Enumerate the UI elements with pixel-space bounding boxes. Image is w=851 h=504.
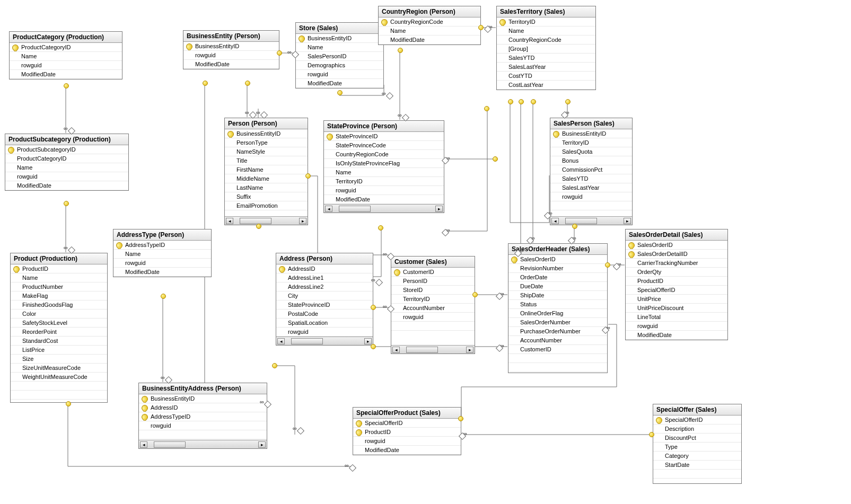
column-row[interactable]: ModifiedDate bbox=[626, 331, 727, 340]
column-row[interactable]: ShipDate bbox=[508, 291, 607, 300]
table-title[interactable]: BusinessEntityAddress (Person) bbox=[139, 383, 267, 394]
column-row[interactable]: OrderQty bbox=[626, 268, 727, 277]
table-SalesOrderHeader[interactable]: SalesOrderHeader (Sales)SalesOrderIDRevi… bbox=[508, 243, 608, 373]
column-row[interactable]: Suffix bbox=[225, 192, 308, 201]
table-CountryRegion[interactable]: CountryRegion (Person)CountryRegionCodeN… bbox=[378, 6, 481, 45]
column-row[interactable] bbox=[508, 363, 607, 372]
column-row[interactable]: PostalCode bbox=[276, 310, 373, 319]
scroll-left-icon[interactable]: ◂ bbox=[325, 206, 332, 212]
column-row[interactable]: UnitPriceDiscount bbox=[626, 304, 727, 313]
table-AddressType[interactable]: AddressType (Person)AddressTypeIDNamerow… bbox=[113, 229, 212, 277]
table-SpecialOfferProduct[interactable]: SpecialOfferProduct (Sales)SpecialOfferI… bbox=[353, 407, 461, 455]
horizontal-scrollbar[interactable]: ◂▸ bbox=[391, 345, 475, 353]
scroll-thumb[interactable] bbox=[565, 218, 597, 224]
column-row[interactable]: ProductID bbox=[11, 264, 107, 273]
column-row[interactable]: ModifiedDate bbox=[324, 195, 444, 204]
column-row[interactable] bbox=[391, 322, 475, 331]
column-row[interactable] bbox=[139, 430, 267, 439]
column-row[interactable]: CostYTD bbox=[497, 72, 595, 81]
column-row[interactable]: MiddleName bbox=[225, 174, 308, 183]
column-row[interactable]: rowguid bbox=[5, 172, 128, 181]
table-title[interactable]: StateProvince (Person) bbox=[324, 121, 444, 132]
column-row[interactable]: ModifiedDate bbox=[296, 79, 383, 88]
column-row[interactable]: EmailPromotion bbox=[225, 201, 308, 210]
scroll-thumb[interactable] bbox=[406, 347, 438, 353]
column-row[interactable]: CountryRegionCode bbox=[379, 17, 480, 26]
column-row[interactable]: ModifiedDate bbox=[113, 268, 211, 277]
column-row[interactable]: BusinessEntityID bbox=[139, 394, 267, 403]
table-title[interactable]: SalesPerson (Sales) bbox=[550, 118, 632, 129]
column-row[interactable]: ProductID bbox=[626, 277, 727, 286]
column-row[interactable]: Demographics bbox=[296, 61, 383, 70]
column-row[interactable]: LastName bbox=[225, 183, 308, 192]
column-row[interactable]: SpecialOfferID bbox=[653, 415, 741, 425]
table-title[interactable]: SalesTerritory (Sales) bbox=[497, 6, 595, 17]
column-row[interactable]: ListPrice bbox=[11, 346, 107, 355]
scroll-thumb[interactable] bbox=[339, 206, 371, 212]
table-title[interactable]: Customer (Sales) bbox=[391, 257, 475, 268]
table-BusinessEntity[interactable]: BusinessEntity (Person)BusinessEntityIDr… bbox=[183, 30, 279, 69]
column-row[interactable]: rowguid bbox=[296, 70, 383, 79]
column-row[interactable]: rowguid bbox=[353, 437, 461, 446]
table-title[interactable]: ProductCategory (Production) bbox=[10, 32, 122, 43]
column-row[interactable]: NameStyle bbox=[225, 147, 308, 156]
column-row[interactable]: Size bbox=[11, 355, 107, 364]
table-title[interactable]: SalesOrderHeader (Sales) bbox=[508, 244, 607, 255]
scroll-track[interactable] bbox=[286, 338, 363, 344]
scroll-left-icon[interactable]: ◂ bbox=[551, 218, 559, 224]
column-row[interactable]: Title bbox=[225, 156, 308, 165]
column-row[interactable]: AddressID bbox=[276, 264, 373, 273]
table-SalesPerson[interactable]: SalesPerson (Sales)BusinessEntityIDTerri… bbox=[550, 118, 633, 225]
table-title[interactable]: ProductSubcategory (Production) bbox=[5, 134, 128, 145]
column-row[interactable]: rowguid bbox=[113, 259, 211, 268]
column-row[interactable]: SalesOrderNumber bbox=[508, 318, 607, 327]
table-Product[interactable]: Product (Production)ProductIDNameProduct… bbox=[10, 253, 108, 403]
column-row[interactable] bbox=[508, 354, 607, 363]
column-row[interactable]: SalesOrderDetailID bbox=[626, 250, 727, 259]
column-row[interactable]: TerritoryID bbox=[550, 138, 632, 147]
scroll-right-icon[interactable]: ▸ bbox=[258, 441, 266, 448]
table-BusinessEntityAddress[interactable]: BusinessEntityAddress (Person)BusinessEn… bbox=[138, 383, 267, 449]
column-row[interactable]: SpatialLocation bbox=[276, 319, 373, 328]
column-row[interactable]: LineTotal bbox=[626, 313, 727, 322]
column-row[interactable] bbox=[508, 372, 607, 373]
column-row[interactable]: ModifiedDate bbox=[353, 446, 461, 455]
column-row[interactable]: SalesOrderID bbox=[626, 241, 727, 250]
scroll-track[interactable] bbox=[148, 441, 257, 448]
table-SalesOrderDetail[interactable]: SalesOrderDetail (Sales)SalesOrderIDSale… bbox=[625, 229, 728, 340]
column-row[interactable]: SpecialOfferID bbox=[353, 419, 461, 428]
table-StateProvince[interactable]: StateProvince (Person)StateProvinceIDSta… bbox=[323, 120, 444, 213]
column-row[interactable]: ProductCategoryID bbox=[5, 154, 128, 163]
column-row[interactable] bbox=[11, 391, 107, 400]
column-row[interactable]: IsOnlyStateProvinceFlag bbox=[324, 159, 444, 168]
column-row[interactable]: AddressTypeID bbox=[139, 412, 267, 421]
column-row[interactable]: SalesLastYear bbox=[550, 183, 632, 192]
table-Address[interactable]: Address (Person)AddressIDAddressLine1Add… bbox=[276, 253, 373, 346]
column-row[interactable]: CountryRegionCode bbox=[324, 150, 444, 159]
column-row[interactable]: DueDate bbox=[508, 282, 607, 291]
column-row[interactable] bbox=[550, 210, 632, 216]
column-row[interactable]: BusinessEntityID bbox=[550, 129, 632, 138]
column-row[interactable]: TerritoryID bbox=[324, 177, 444, 186]
horizontal-scrollbar[interactable]: ◂▸ bbox=[324, 204, 444, 213]
column-row[interactable]: StandardCost bbox=[11, 337, 107, 346]
column-row[interactable]: rowguid bbox=[10, 61, 122, 70]
column-row[interactable]: AccountNumber bbox=[391, 304, 475, 313]
table-title[interactable]: SalesOrderDetail (Sales) bbox=[626, 229, 727, 241]
scroll-right-icon[interactable]: ▸ bbox=[299, 218, 306, 224]
column-row[interactable]: UnitPrice bbox=[626, 295, 727, 304]
horizontal-scrollbar[interactable]: ◂▸ bbox=[550, 216, 632, 225]
column-row[interactable]: rowguid bbox=[276, 328, 373, 337]
column-row[interactable]: PersonType bbox=[225, 138, 308, 147]
table-title[interactable]: SpecialOffer (Sales) bbox=[653, 404, 741, 415]
column-row[interactable]: CountryRegionCode bbox=[497, 36, 595, 45]
column-row[interactable]: Name bbox=[379, 26, 480, 36]
column-row[interactable]: TerritoryID bbox=[497, 17, 595, 26]
table-Person[interactable]: Person (Person)BusinessEntityIDPersonTyp… bbox=[224, 118, 308, 225]
column-row[interactable]: ProductCategoryID bbox=[10, 43, 122, 52]
table-SalesTerritory[interactable]: SalesTerritory (Sales)TerritoryIDNameCou… bbox=[496, 6, 596, 90]
column-row[interactable]: TerritoryID bbox=[391, 295, 475, 304]
column-row[interactable]: StateProvinceID bbox=[276, 300, 373, 310]
column-row[interactable]: ProductSubcategoryID bbox=[5, 145, 128, 154]
column-row[interactable]: [Group] bbox=[497, 45, 595, 54]
